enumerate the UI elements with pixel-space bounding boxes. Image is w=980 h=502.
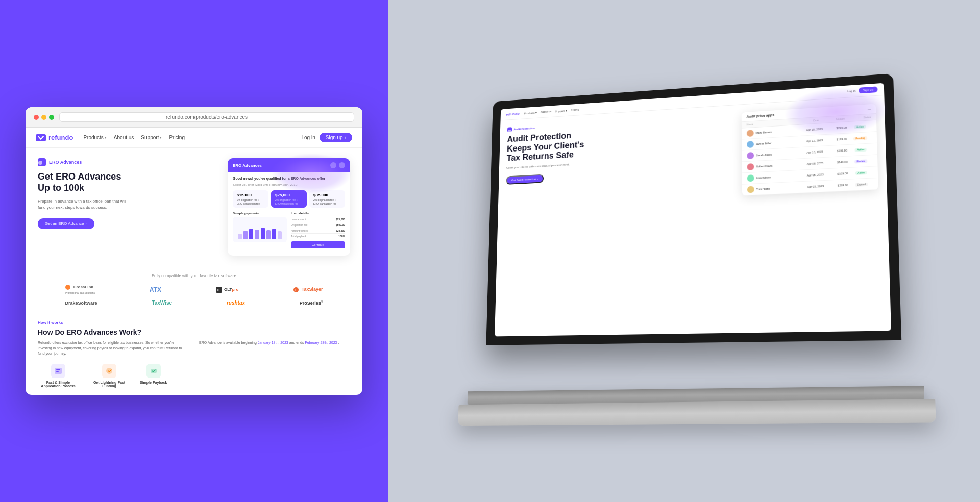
loan-val-3: $24,500 [336,229,345,232]
hero-section: ERO Advances Get ERO Advances Up to 100k… [26,148,362,266]
offer-message: Good news! you've qualified for a ERO Ad… [233,177,345,180]
loan-row-2: Origination fee $500.00 [291,222,345,228]
loan-row-1: Loan amount $25,000 [291,217,345,222]
detail-1: 2% origination fee + ERO transaction fee [237,198,264,205]
laptop-screen-inner: refundo Products ▾ About us Support ▾ Pr… [495,83,891,337]
loan-row-3: Amount funded $24,500 [291,228,345,234]
feature-icon-1 [51,364,65,378]
audit-amount: $299.00 [825,126,847,130]
feature-icon-2 [102,364,116,378]
detail-2: 2% origination fee + ERO transaction fee [275,198,303,205]
arrow-icon: › [345,135,346,140]
brand-oltpro: O OLTpro [216,287,239,293]
audit-amount: $149.00 [825,160,848,164]
laptop-login-btn[interactable]: Log in [847,89,856,93]
status-badge: Active [855,148,867,152]
svg-text:O: O [217,288,220,292]
laptop-nav-actions: Log in Sign up [847,86,878,94]
detail-3: 2% origination fee + ERO transaction fee [313,198,341,205]
amount-1: $15,000 [237,193,264,197]
loan-val-1: $25,000 [336,218,345,221]
audit-amount: $199.00 [826,172,848,176]
audit-name: Tom Harris [756,186,800,191]
laptop-cta-btn[interactable]: Get Audit Protection › [506,174,544,185]
compat-section: Fully compatible with your favorite tax … [26,266,362,313]
offer-card-1[interactable]: $15,000 2% origination fee + ERO transac… [233,190,268,208]
sample-payments-title: Sample payments [233,212,287,215]
dashboard-card: ERO Advances Good news! you've qualified… [228,158,350,256]
chart-bars [236,220,284,239]
nav-about[interactable]: About us [114,135,134,140]
audit-table-card: Audit price apps ⋯ Name Date Amount Stat… [742,104,878,196]
signup-button[interactable]: Sign up › [320,133,352,142]
feature-1: Fast & Simple Application Process [38,364,79,388]
laptop-signup-btn[interactable]: Sign up [859,86,878,93]
arrow-right-icon: › [86,221,88,226]
brand-atx: ATX [150,286,161,293]
brand-taxwise: TaxWise [152,300,172,306]
hero-title: Get ERO Advances Up to 100k [38,171,217,193]
feature-3: Simple Payback [140,364,167,388]
audit-status-badge: Expired [850,182,873,186]
svg-text:T: T [295,288,297,292]
laptop-hero-left: Audit Protection Audit Protection Keeps … [505,113,734,206]
bar-7 [272,229,276,239]
loan-row-4: Total payback 100% [291,234,345,239]
audit-status-badge: Active [850,171,872,175]
badge-icon [38,158,46,166]
dashboard-body: Good news! you've qualified for a ERO Ad… [228,172,350,256]
status-badge: Expired [855,183,868,187]
dot-green [49,115,54,120]
brand-taxslayer: T TaxSlayer [293,287,323,293]
feature-label-3: Simple Payback [140,381,167,384]
section-row: Sample payments [233,212,345,248]
svg-rect-6 [55,368,62,374]
dashboard-header: ERO Advances [228,158,350,172]
how-title: How Do ERO Advances Work? [38,328,350,336]
nav-products[interactable]: Products ▾ [83,135,106,140]
browser-bar: refundo.com/products/ero-advances [26,107,362,128]
bar-6 [266,230,271,239]
laptop-nav-pricing[interactable]: Pricing [571,108,579,111]
audit-avatar [747,130,754,137]
amount-3: $35,000 [313,193,341,197]
audit-status-badge: Pending [849,136,872,140]
bar-3 [249,229,253,239]
audit-avatar [747,186,754,193]
loan-val-4: 100% [338,235,345,238]
audit-avatar [747,152,754,159]
continue-button[interactable]: Continue [291,241,345,248]
login-button[interactable]: Log in [301,135,315,140]
bar-1 [238,234,242,239]
feature-2: Get Lightning-Fast Funding [89,364,130,388]
site-logo: refundo [36,134,73,141]
compat-logos-row1: CrossLinkProfessional Tax Solutions ATX … [38,284,350,295]
laptop-nav-about[interactable]: About us [541,110,551,114]
status-badge: Active [855,171,867,175]
col-hdr-date: Date [795,119,819,123]
laptop-nav-support[interactable]: Support ▾ [555,109,567,113]
cta-button[interactable]: Get an ERO Advance › [38,218,94,229]
audit-table-options[interactable]: ⋯ [868,107,871,111]
audit-date: Apr 05, 2023 [801,173,823,177]
audit-date: Apr 15, 2023 [801,128,823,132]
feature-icon-3 [146,364,161,378]
nav-support[interactable]: Support ▾ [141,135,162,140]
svg-point-1 [65,285,70,290]
laptop-nav-products[interactable]: Products ▾ [524,111,536,115]
dot-yellow [41,115,46,120]
offer-card-2[interactable]: $25,000 2% origination fee + ERO transac… [271,190,307,208]
nav-pricing[interactable]: Pricing [169,135,185,140]
how-features: Fast & Simple Application Process Get Li… [38,364,350,388]
dot-red [34,115,39,120]
offer-card-3[interactable]: $35,000 2% origination fee + ERO transac… [309,190,345,208]
svg-point-0 [38,161,42,165]
chevron-down-icon: ▾ [105,136,107,140]
brand-crosslink: CrossLinkProfessional Tax Solutions [65,284,95,295]
svg-point-11 [508,130,511,134]
laptop-arrow-icon: › [537,178,538,181]
laptop-badge-dot [507,127,512,132]
bar-4 [255,230,259,239]
browser-window: refundo.com/products/ero-advances refund… [26,107,362,395]
audit-name: Robert Davis [756,163,799,168]
